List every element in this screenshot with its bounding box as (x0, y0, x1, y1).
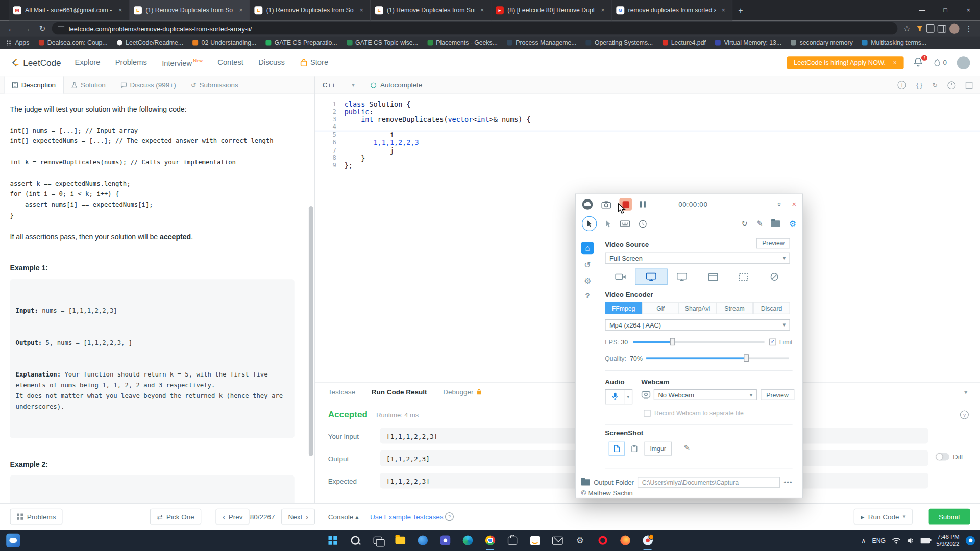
toggle-switch[interactable] (936, 453, 949, 461)
reload-icon[interactable]: ↻ (36, 24, 48, 33)
camera-source-icon[interactable] (605, 269, 635, 284)
bookmark-item[interactable]: Process Manageme... (507, 39, 576, 46)
close-icon[interactable]: × (719, 7, 727, 13)
chrome-button[interactable] (483, 533, 497, 547)
leetcode-logo[interactable]: LeetCode (10, 57, 61, 68)
tab-discuss[interactable]: Discuss (999+) (113, 76, 183, 93)
window-maximize-button[interactable]: □ (934, 0, 957, 20)
next-button[interactable]: Next › (281, 509, 315, 525)
source-preview-button[interactable]: Preview (756, 238, 790, 249)
edit-pen-icon[interactable]: ✎ (684, 443, 690, 452)
tab-solution[interactable]: Solution (64, 76, 113, 93)
help-icon[interactable]: ? (960, 410, 969, 419)
webcam-dropdown[interactable]: No Webcam ▾ (654, 389, 757, 400)
refresh-icon[interactable]: ↻ (742, 219, 748, 228)
side-panel-icon[interactable] (938, 24, 946, 32)
settings-button[interactable]: ⚙ (573, 533, 587, 547)
nav-problems[interactable]: Problems (115, 58, 147, 67)
forward-icon[interactable]: → (20, 24, 33, 33)
home-tab-icon[interactable]: ⌂ (581, 242, 594, 254)
battery-icon[interactable] (921, 538, 930, 543)
bookmark-item[interactable]: Lecture4.pdf (663, 39, 706, 46)
prev-button[interactable]: ‹ Prev (215, 509, 249, 525)
volume-icon[interactable] (907, 537, 915, 543)
bookmark-item[interactable]: LeetCode/Readme... (117, 39, 183, 46)
adblock-extension-icon[interactable] (916, 23, 923, 34)
bookmark-star-icon[interactable]: ☆ (900, 24, 913, 33)
use-example-testcases-link[interactable]: Use Example Testcases (370, 513, 443, 520)
language-selector[interactable]: C++ ▾ (323, 81, 355, 89)
window-close-button[interactable]: × (957, 0, 980, 20)
output-path-field[interactable]: C:\Users\miya\Documents\Captura (638, 477, 780, 488)
bookmark-item[interactable]: Virtual Memory: 13... (715, 39, 781, 46)
notification-center-icon[interactable] (966, 536, 975, 545)
bookmark-item[interactable]: Dealsea.com: Coup... (39, 39, 108, 46)
encoder-sharpavi[interactable]: SharpAvi (679, 302, 716, 314)
bookmark-item[interactable]: Multitasking terms... (862, 39, 926, 46)
firefox-button[interactable] (618, 533, 632, 547)
region-source-icon[interactable] (728, 269, 759, 284)
language-indicator[interactable]: ENG (872, 537, 886, 543)
delay-clock-icon[interactable] (639, 219, 647, 228)
run-code-button[interactable]: ▸ Run Code ▾ (854, 509, 913, 525)
pick-one-button[interactable]: ⇄ Pick One (150, 509, 201, 525)
captura-minimize-icon[interactable]: — (761, 200, 768, 209)
notifications-bell[interactable]: 1 (914, 58, 924, 68)
more-options-button[interactable]: ••• (783, 479, 792, 486)
tab-testcase[interactable]: Testcase (328, 388, 355, 395)
nav-store[interactable]: Store (300, 58, 328, 67)
tab-submissions[interactable]: ↺ Submissions (183, 76, 246, 93)
close-icon[interactable]: × (478, 7, 486, 13)
apps-shortcut[interactable]: Apps (6, 39, 29, 46)
browser-tab[interactable]: ▸ (8) [Leetcode 80] Remove Dupli... × (491, 0, 611, 20)
tray-expand-icon[interactable]: ∧ (861, 537, 866, 543)
task-view-button[interactable] (371, 533, 385, 547)
no-video-source-icon[interactable] (759, 269, 790, 284)
fullscreen-icon[interactable] (966, 82, 972, 88)
wifi-icon[interactable] (892, 537, 900, 543)
back-icon[interactable]: ← (5, 24, 17, 33)
mail-button[interactable] (550, 533, 565, 547)
fullscreen-source-icon[interactable] (636, 269, 667, 284)
taskbar-search[interactable] (348, 533, 362, 547)
browser-tab[interactable]: G remove duplicates from sorted a... × (612, 0, 732, 20)
encoder-ffmpeg[interactable]: FFmpeg (605, 302, 642, 314)
browser-profile-avatar[interactable] (949, 23, 960, 34)
microphone-button[interactable]: ▾ (605, 389, 632, 404)
browser-tab[interactable]: L (1) Remove Duplicates from Sort... × (371, 0, 491, 20)
avatar[interactable] (957, 56, 970, 69)
recent-history-icon[interactable]: ↺ (584, 261, 591, 270)
reset-code-icon[interactable]: ↻ (932, 82, 937, 88)
media-player-button[interactable] (415, 533, 430, 547)
imgur-button[interactable]: Imgur (644, 442, 671, 456)
help-icon[interactable]: ? (445, 512, 454, 521)
close-icon[interactable]: × (116, 7, 125, 13)
bookmark-item[interactable]: GATE CS Preparatio... (266, 39, 337, 46)
captura-button[interactable] (640, 533, 654, 547)
nav-interview[interactable]: InterviewNew (162, 58, 203, 67)
screenshot-disk-button[interactable] (609, 442, 625, 456)
taskbar-clock[interactable]: 7:46 PM 5/9/2022 (936, 533, 959, 548)
close-icon[interactable]: × (599, 7, 607, 13)
captura-close-icon[interactable]: × (792, 200, 796, 209)
cursor-tool-selected[interactable] (582, 216, 597, 231)
diff-toggle[interactable]: Diff (936, 453, 963, 461)
hiring-banner[interactable]: LeetCode is hiring! Apply NOW. × (787, 56, 904, 69)
format-code-icon[interactable]: { } (916, 82, 922, 88)
collapse-console-icon[interactable]: ▾ (964, 388, 968, 396)
editor-info-icon[interactable]: i (898, 81, 906, 89)
encoder-stream[interactable]: Stream (716, 302, 753, 314)
streak-counter[interactable]: 0 (934, 58, 947, 67)
browser-menu-icon[interactable]: ⋮ (963, 24, 975, 33)
close-icon[interactable]: × (357, 7, 365, 13)
site-info-icon[interactable] (58, 26, 64, 31)
bookmark-item[interactable]: Placements - Geeks... (427, 39, 498, 46)
start-button[interactable] (325, 533, 339, 547)
teams-button[interactable] (438, 533, 452, 547)
bookmark-item[interactable]: secondary memory (791, 39, 852, 46)
file-explorer-button[interactable] (393, 533, 407, 547)
browser-tab[interactable]: M All Mail - sure661@gmail.com - × (9, 0, 129, 20)
video-source-dropdown[interactable]: Full Screen ▾ (605, 253, 790, 264)
config-gear-icon[interactable]: ⚙ (584, 276, 591, 285)
about-help-icon[interactable]: ? (585, 292, 590, 300)
